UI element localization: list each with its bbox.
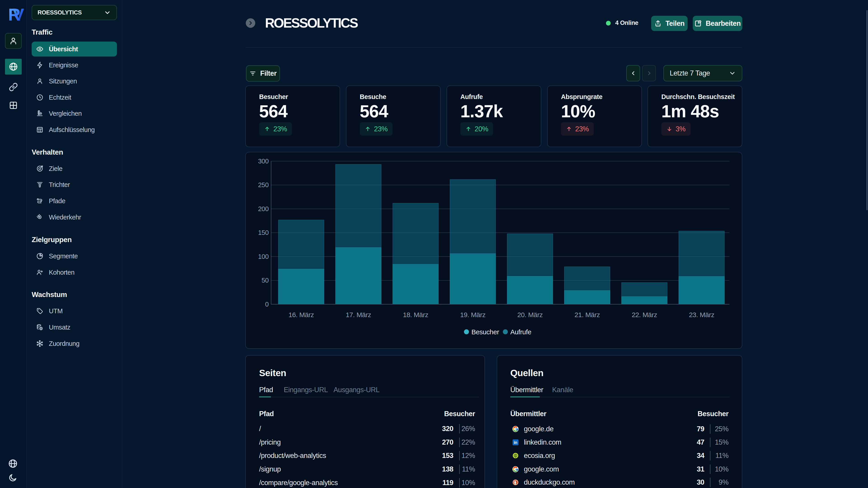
svg-text:300: 300	[258, 158, 269, 165]
svg-text:22. März: 22. März	[632, 311, 657, 319]
svg-text:250: 250	[258, 181, 269, 189]
svg-text:50: 50	[261, 276, 269, 284]
svg-text:Besucher: Besucher	[471, 328, 499, 336]
svg-text:20. März: 20. März	[517, 311, 542, 319]
svg-text:100: 100	[258, 253, 269, 260]
svg-text:17. März: 17. März	[346, 311, 371, 319]
svg-text:in: in	[514, 440, 517, 445]
svg-text:200: 200	[258, 205, 269, 213]
svg-text:16. März: 16. März	[288, 311, 314, 319]
svg-text:19. März: 19. März	[460, 311, 486, 319]
svg-text:21. März: 21. März	[575, 311, 600, 319]
svg-text:18. März: 18. März	[403, 311, 428, 319]
svg-text:Aufrufe: Aufrufe	[510, 328, 531, 336]
svg-text:150: 150	[258, 229, 269, 236]
svg-text:0: 0	[265, 301, 269, 308]
svg-text:23. März: 23. März	[689, 311, 714, 319]
svg-text:E: E	[515, 454, 517, 457]
